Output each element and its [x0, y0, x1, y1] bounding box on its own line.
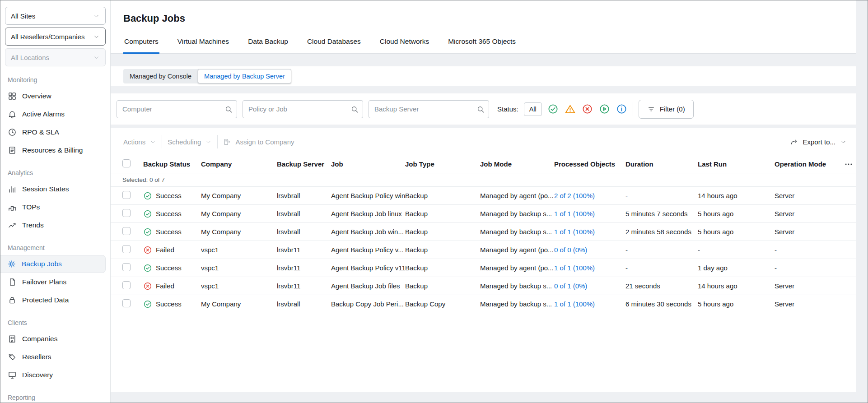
row-checkbox[interactable]	[122, 263, 143, 273]
select-all-checkbox[interactable]	[122, 159, 143, 169]
sidebar-item-backup-jobs[interactable]: Backup Jobs	[0, 255, 106, 273]
toggle-managed-by-backup-server[interactable]: Managed by Backup Server	[198, 69, 291, 83]
operation-mode-cell: -	[775, 246, 842, 254]
sidebar-item-overview[interactable]: Overview	[0, 87, 110, 105]
status-text[interactable]: Failed	[156, 246, 174, 254]
sidebar-item-label: Discovery	[22, 371, 53, 379]
sidebar-item-resellers[interactable]: Resellers	[0, 348, 110, 366]
sidebar-item-protected-data[interactable]: Protected Data	[0, 291, 110, 309]
backup-server-search-input[interactable]	[369, 100, 489, 118]
row-checkbox[interactable]	[122, 227, 143, 236]
status-text: Success	[156, 300, 182, 308]
row-checkbox[interactable]	[122, 209, 143, 218]
sidebar-item-resources-billing[interactable]: Resources & Billing	[0, 141, 110, 159]
sidebar-item-rpo-sla[interactable]: RPO & SLA	[0, 123, 110, 141]
duration-cell: -	[625, 264, 698, 272]
sidebar-item-companies[interactable]: Companies	[0, 330, 110, 348]
sidebar-item-session-states[interactable]: Session States	[0, 180, 110, 198]
table-row[interactable]: Successvspc1lrsvbr11Agent Backup Policy …	[111, 259, 856, 277]
divider	[162, 135, 162, 148]
status-success-icon	[143, 191, 152, 200]
column-header-backup-status[interactable]: Backup Status	[143, 160, 201, 168]
column-header-duration[interactable]: Duration	[625, 160, 698, 168]
column-header-last-run[interactable]: Last Run	[698, 160, 775, 168]
processed-objects-link[interactable]: 0 of 1 (0%)	[554, 282, 625, 290]
status-error-filter-icon[interactable]	[582, 103, 593, 115]
backup-status-cell: Success	[143, 264, 201, 273]
tab-computers[interactable]: Computers	[123, 34, 159, 54]
tab-data-backup[interactable]: Data Backup	[247, 34, 289, 54]
overview-icon	[8, 92, 17, 101]
sidebar-item-active-alarms[interactable]: Active Alarms	[0, 105, 110, 123]
table-row[interactable]: Failedvspc1lrsvbr11Agent Backup Policy v…	[111, 241, 856, 259]
backup-status-cell: Success	[143, 191, 201, 200]
status-failed-icon	[143, 282, 152, 291]
column-header-processed-objects[interactable]: Processed Objects	[554, 160, 625, 168]
status-running-filter-icon[interactable]	[599, 103, 610, 115]
scheduling-label: Scheduling	[168, 138, 201, 146]
tab-cloud-networks[interactable]: Cloud Networks	[379, 34, 430, 54]
column-header-company[interactable]: Company	[201, 160, 277, 168]
column-header-backup-server[interactable]: Backup Server	[277, 160, 331, 168]
column-settings-button[interactable]	[844, 160, 853, 169]
computer-search-input[interactable]	[117, 100, 237, 118]
processed-objects-link[interactable]: 0 of 0 (0%)	[554, 246, 625, 254]
status-success-icon	[143, 227, 152, 236]
status-success-filter-icon[interactable]	[547, 103, 559, 115]
tab-virtual-machines[interactable]: Virtual Machines	[177, 34, 230, 54]
status-info-filter-icon[interactable]	[616, 103, 627, 115]
actions-button[interactable]: Actions	[123, 138, 156, 146]
processed-objects-link[interactable]: 1 of 1 (100%)	[554, 210, 625, 218]
chevron-down-icon	[840, 139, 847, 145]
status-filter-group: Status: All	[497, 102, 627, 116]
sidebar-item-trends[interactable]: Trends	[0, 216, 110, 234]
table-row[interactable]: Failedvspc1lrsvbr11Agent Backup Job file…	[111, 277, 856, 295]
sidebar-filters: All SitesAll Resellers/CompaniesAll Loca…	[0, 7, 110, 66]
job-type-cell: Backup	[405, 246, 480, 254]
column-header-job-mode[interactable]: Job Mode	[480, 160, 554, 168]
processed-objects-link[interactable]: 2 of 2 (100%)	[554, 192, 625, 199]
table-row[interactable]: SuccessMy CompanylrsvbrallAgent Backup J…	[111, 205, 856, 223]
status-warning-filter-icon[interactable]	[565, 103, 576, 115]
sidebar-item-label: Failover Plans	[22, 278, 66, 286]
sidebar-section-label: Clients	[8, 319, 103, 326]
column-header-job[interactable]: Job	[331, 160, 405, 168]
row-checkbox[interactable]	[122, 299, 143, 309]
toggle-managed-by-console[interactable]: Managed by Console	[123, 69, 198, 83]
processed-objects-link[interactable]: 1 of 1 (100%)	[554, 300, 625, 308]
table-row[interactable]: SuccessMy CompanylrsvbrallAgent Backup J…	[111, 223, 856, 241]
trends-icon	[8, 221, 17, 230]
job-cell: Agent Backup Policy win	[331, 192, 405, 199]
row-checkbox[interactable]	[122, 281, 143, 291]
table-row[interactable]: SuccessMy CompanylrsvbrallAgent Backup P…	[111, 187, 856, 205]
tab-microsoft-365-objects[interactable]: Microsoft 365 Objects	[447, 34, 517, 54]
locations-filter-value: All Locations	[11, 54, 49, 61]
filter-button[interactable]: Filter (0)	[639, 100, 694, 119]
processed-objects-link[interactable]: 1 of 1 (100%)	[554, 228, 625, 236]
processed-objects-link[interactable]: 1 of 1 (100%)	[554, 264, 625, 272]
last-run-cell: 5 hours ago	[698, 300, 775, 308]
resellers-companies-filter-select[interactable]: All Resellers/Companies	[5, 28, 106, 46]
sidebar-item-failover-plans[interactable]: Failover Plans	[0, 273, 110, 291]
status-all-button[interactable]: All	[524, 102, 542, 116]
job-cell: Agent Backup Policy v...	[331, 246, 405, 254]
failover-plans-icon	[8, 278, 17, 287]
locations-filter-select: All Locations	[5, 48, 106, 66]
policy-or-job-search-input[interactable]	[243, 100, 363, 118]
row-checkbox[interactable]	[122, 191, 143, 200]
status-text[interactable]: Failed	[156, 282, 174, 290]
sites-filter-select[interactable]: All Sites	[5, 7, 106, 25]
table-row[interactable]: SuccessMy CompanylrsvbrallBackup Copy Jo…	[111, 295, 856, 313]
scheduling-button[interactable]: Scheduling	[168, 138, 212, 146]
tab-cloud-databases[interactable]: Cloud Databases	[306, 34, 362, 54]
column-header-job-type[interactable]: Job Type	[405, 160, 480, 168]
row-checkbox[interactable]	[122, 245, 143, 255]
column-header-operation-mode[interactable]: Operation Mode	[775, 160, 842, 168]
backup-server-search	[369, 100, 489, 118]
export-button[interactable]: Export to...	[790, 138, 847, 146]
duration-cell: -	[625, 192, 698, 199]
duration-cell: 2 minutes 58 seconds	[625, 228, 698, 236]
sidebar-item-discovery[interactable]: Discovery	[0, 366, 110, 384]
sidebar-item-tops[interactable]: TOPs	[0, 198, 110, 216]
assign-to-company-button[interactable]: Assign to Company	[223, 138, 294, 146]
